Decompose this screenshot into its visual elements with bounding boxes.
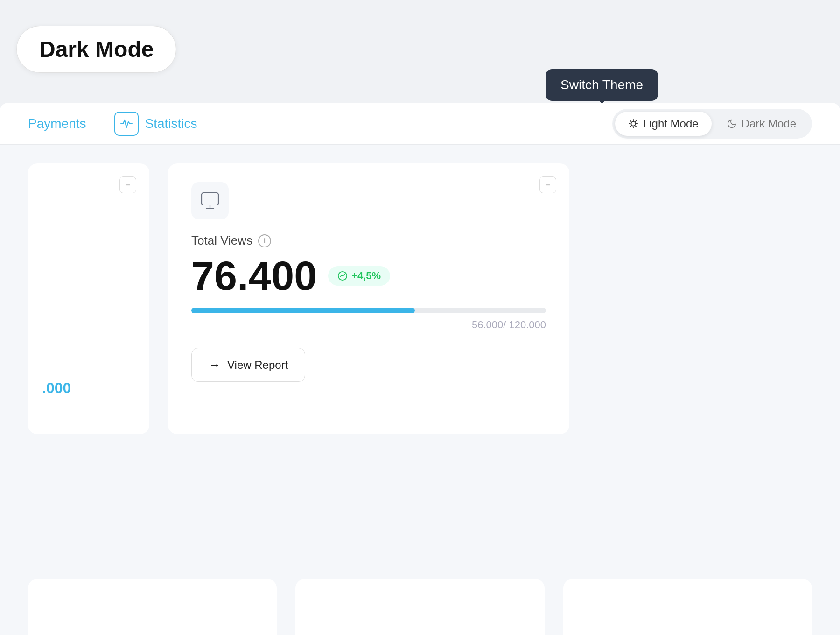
info-icon[interactable]: i (258, 234, 271, 247)
left-card-minimize-button[interactable]: − (119, 176, 136, 193)
nav-item-payments[interactable]: Payments (28, 116, 86, 131)
minus-icon: − (125, 180, 131, 190)
left-card: − .000 (28, 163, 149, 434)
statistics-icon-box (114, 112, 139, 136)
bottom-card-3 (563, 579, 812, 635)
progress-bar-fill (191, 308, 415, 313)
bottom-card-1 (28, 579, 277, 635)
svg-line-8 (635, 120, 636, 121)
view-report-button[interactable]: → View Report (191, 348, 305, 382)
light-mode-label: Light Mode (643, 117, 699, 130)
theme-switcher: Light Mode Dark Mode (612, 109, 812, 139)
progress-labels: 56.000/ 120.000 (191, 319, 546, 331)
svg-line-5 (630, 120, 631, 121)
sun-icon (628, 119, 638, 129)
monitor-icon-box (191, 182, 229, 219)
bottom-cards (28, 579, 812, 635)
view-report-label: View Report (227, 359, 288, 372)
svg-point-0 (631, 121, 635, 126)
bottom-card-2 (295, 579, 544, 635)
payments-label: Payments (28, 116, 86, 131)
total-views-label: Total Views i (191, 233, 546, 248)
stats-card: − Total Views i 76.400 (168, 163, 569, 434)
nav-left: Payments Statistics (28, 112, 197, 136)
dark-mode-pill: Dark Mode (16, 26, 176, 73)
dark-mode-label: Dark Mode (742, 117, 796, 130)
partial-number: .000 (42, 380, 71, 397)
moon-icon (727, 119, 737, 129)
main-panel: Payments Statistics (0, 103, 840, 635)
statistics-label: Statistics (145, 116, 197, 131)
stats-minus-icon: − (545, 180, 551, 190)
light-mode-button[interactable]: Light Mode (615, 112, 712, 136)
arrow-right-icon: → (209, 358, 221, 372)
dark-mode-button[interactable]: Dark Mode (714, 112, 809, 136)
svg-line-6 (635, 126, 636, 127)
views-value: 76.400 (191, 255, 317, 296)
growth-badge: +4,5% (328, 266, 390, 286)
switch-theme-tooltip: Switch Theme (546, 69, 658, 101)
stats-card-minimize-button[interactable]: − (539, 176, 556, 193)
tooltip-text: Switch Theme (546, 69, 658, 101)
svg-line-7 (630, 126, 631, 127)
views-number-row: 76.400 +4,5% (191, 255, 546, 296)
nav-item-statistics[interactable]: Statistics (114, 112, 197, 136)
pulse-icon (120, 117, 133, 130)
progress-bar (191, 308, 546, 313)
trending-up-icon (337, 271, 348, 281)
total-views-text: Total Views (191, 233, 252, 248)
content-area: − .000 − Total Views i (0, 145, 840, 453)
svg-rect-9 (202, 193, 218, 205)
growth-text: +4,5% (351, 271, 381, 281)
nav-bar: Payments Statistics (0, 103, 840, 145)
monitor-icon (200, 190, 220, 211)
progress-range-text: 56.000/ 120.000 (472, 319, 546, 331)
info-symbol: i (264, 237, 266, 245)
